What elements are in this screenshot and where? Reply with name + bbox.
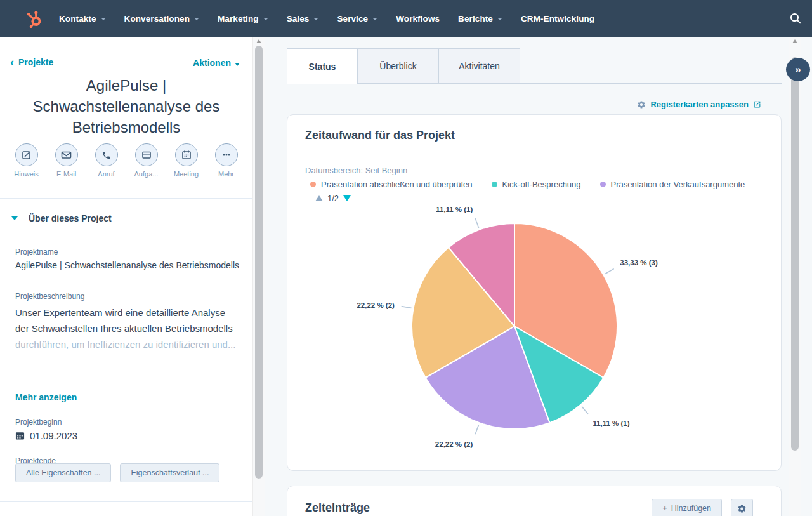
property-history-button[interactable]: Eigenschaftsverlauf ... (120, 463, 219, 482)
page-indicator: 1/2 (327, 194, 339, 203)
legend-dot (492, 182, 497, 187)
project-description-label: Projektbeschreibung (15, 292, 84, 301)
main-content: Status Überblick Aktivitäten Registerkar… (265, 37, 789, 516)
pie-slice-label: 22,22 % (2) (357, 301, 395, 309)
project-sidebar: ‹Projekte Aktionen AgilePulse | Schwachs… (0, 37, 252, 516)
chevron-down-icon (263, 18, 268, 20)
project-start-value[interactable]: 01.09.2023 (15, 430, 77, 441)
chevron-down-icon (372, 18, 377, 20)
pie-slice-label: 33,33 % (3) (620, 259, 658, 267)
nav-item-kontakte[interactable]: Kontakte (59, 14, 106, 23)
nav-item-sales[interactable]: Sales (287, 14, 319, 23)
chart-title: Zeitaufwand für das Projekt (305, 129, 455, 142)
pie-chart[interactable]: 33,33 % (3)11,11 % (1)22,22 % (2)22,22 %… (287, 204, 782, 465)
search-icon[interactable] (789, 12, 802, 27)
project-start-label: Projektbeginn (15, 418, 62, 427)
legend-item[interactable]: Kick-off-Besprechung (492, 180, 581, 189)
hubspot-app: Kontakte Konversationen Marketing Sales … (0, 0, 812, 516)
quick-actions: Hinweis E-Mail Anruf Aufga... Meeting Me… (0, 143, 252, 178)
gear-icon (737, 504, 747, 513)
main-scrollbar[interactable] (789, 37, 801, 516)
chevron-down-icon (11, 216, 18, 220)
tab-aktivitaeten[interactable]: Aktivitäten (439, 48, 520, 83)
hubspot-logo-icon[interactable] (25, 10, 43, 28)
email-button[interactable]: E-Mail (52, 143, 81, 178)
nav-item-workflows[interactable]: Workflows (396, 14, 440, 23)
project-name-value[interactable]: AgilePulse | Schwachstellenanalyse des B… (15, 260, 247, 270)
chart-legend: Präsentation abschließen und überprüfen … (310, 180, 745, 189)
phone-icon (102, 150, 111, 160)
entries-title: Zeiteinträge (305, 501, 370, 515)
note-icon (22, 150, 32, 160)
nav-item-konversationen[interactable]: Konversationen (124, 14, 199, 23)
task-icon (141, 150, 152, 160)
project-description-value[interactable]: Unser Expertenteam wird eine detailliert… (15, 305, 244, 352)
ellipsis-icon (221, 150, 232, 160)
show-more-link[interactable]: Mehr anzeigen (15, 392, 77, 402)
nav-item-service[interactable]: Service (337, 14, 377, 23)
chevron-down-icon (313, 18, 318, 20)
more-button[interactable]: Mehr (212, 143, 241, 178)
divider (0, 501, 252, 502)
chevron-left-icon: ‹ (10, 56, 14, 69)
calendar-icon (181, 150, 192, 160)
all-properties-button[interactable]: Alle Eigenschaften ... (15, 463, 111, 482)
nav-item-marketing[interactable]: Marketing (218, 14, 268, 23)
tab-ueberblick[interactable]: Überblick (358, 48, 439, 83)
scrollbar-thumb[interactable] (791, 57, 799, 451)
pie-slice-label: 11,11 % (1) (593, 420, 629, 427)
nav-item-berichte[interactable]: Berichte (458, 14, 502, 23)
main-menu: Kontakte Konversationen Marketing Sales … (59, 14, 594, 23)
email-icon (61, 150, 72, 160)
scrollbar-thumb[interactable] (255, 46, 263, 479)
customize-tabs-link[interactable]: Registerkarten anpassen (637, 100, 761, 109)
back-to-projects-link[interactable]: ‹Projekte (10, 56, 53, 69)
tab-status[interactable]: Status (287, 48, 358, 84)
external-link-icon (753, 100, 761, 109)
collapse-panel-button[interactable]: » (786, 58, 810, 81)
entries-settings-button[interactable] (731, 499, 753, 516)
legend-pager: 1/2 (315, 194, 351, 203)
page-title: AgilePulse | Schwachstellenanalyse des B… (11, 75, 241, 138)
calendar-icon (15, 431, 25, 440)
legend-dot (600, 182, 606, 187)
time-spent-card: Zeitaufwand für das Projekt Datumsbereic… (287, 114, 782, 471)
project-name-label: Projektname (15, 248, 58, 256)
pie-slice-label: 11,11 % (1) (436, 206, 473, 213)
add-time-entry-button[interactable]: +Hinzufügen (652, 499, 722, 516)
time-entries-card: Zeiteinträge +Hinzufügen (287, 486, 782, 516)
legend-dot (310, 182, 316, 187)
actions-dropdown[interactable]: Aktionen (193, 58, 240, 68)
legend-item[interactable]: Präsentation der Verkaufsargumente (600, 180, 745, 189)
meeting-button[interactable]: Meeting (172, 143, 201, 178)
top-nav: Kontakte Konversationen Marketing Sales … (0, 0, 812, 37)
note-button[interactable]: Hinweis (12, 143, 41, 178)
scroll-up-icon[interactable] (792, 39, 797, 43)
chevron-down-icon (497, 18, 502, 20)
sidebar-scrollbar[interactable] (252, 37, 265, 516)
plus-icon: + (662, 504, 667, 513)
chevron-down-icon (101, 18, 106, 20)
divider (0, 198, 252, 199)
record-tabs: Status Überblick Aktivitäten (287, 48, 520, 84)
date-range-label: Datumsbereich: Seit Beginn (305, 166, 407, 175)
about-section-toggle[interactable]: Über dieses Project (11, 213, 112, 223)
legend-item[interactable]: Präsentation abschließen und überprüfen (310, 180, 473, 189)
page-up-icon[interactable] (315, 195, 323, 201)
scroll-up-icon[interactable] (256, 39, 261, 43)
chevron-down-icon (235, 63, 240, 66)
gear-icon (637, 100, 646, 109)
page-down-icon[interactable] (343, 195, 351, 201)
call-button[interactable]: Anruf (92, 143, 121, 178)
pie-slice-label: 22,22 % (2) (435, 440, 473, 448)
nav-item-crm-entwicklung[interactable]: CRM-Entwicklung (521, 14, 594, 23)
task-button[interactable]: Aufga... (132, 143, 161, 178)
chevron-down-icon (194, 18, 199, 20)
